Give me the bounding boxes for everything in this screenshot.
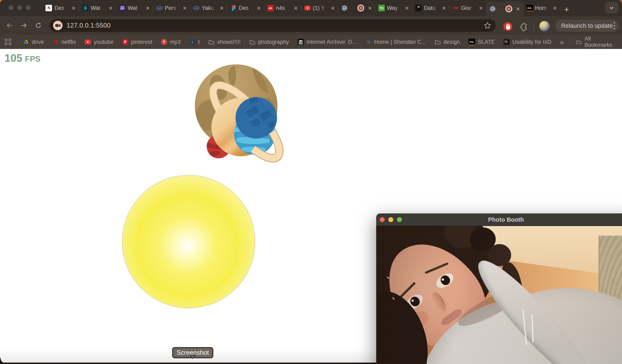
tab-search-button[interactable] xyxy=(605,2,618,14)
tab-close-button[interactable]: × xyxy=(144,5,151,11)
tab[interactable]: VGPPers× xyxy=(153,0,190,16)
new-tab-button[interactable]: + xyxy=(561,5,573,14)
screenshot-tooltip[interactable]: Screenshot xyxy=(172,347,213,358)
bookmark-item[interactable]: drive xyxy=(23,39,44,45)
back-arrow-icon xyxy=(5,21,14,30)
tab-title: n4s xyxy=(276,5,290,11)
tab-close-button[interactable]: × xyxy=(218,5,225,11)
bookmark-item[interactable]: Nnetflix xyxy=(52,39,76,45)
tab-active[interactable]: × xyxy=(486,2,524,16)
folder-icon xyxy=(208,39,214,45)
puzzle-piece-icon xyxy=(519,22,528,31)
bookmark-item[interactable]: design xyxy=(435,39,460,45)
desktop: { "window": { "url": "127.0.0.1:5500", "… xyxy=(0,0,622,364)
youtube-icon xyxy=(304,5,311,11)
tab-close-button[interactable]: × xyxy=(366,5,373,11)
bookmark-label: Internet Archive: D... xyxy=(307,39,357,45)
extensions-button[interactable] xyxy=(519,22,528,32)
tab[interactable]: (1) Y× xyxy=(301,0,338,16)
bookmark-item[interactable]: Ppinterest xyxy=(122,39,153,45)
zoom-window-button[interactable] xyxy=(26,5,31,10)
bookmark-item[interactable]: photography xyxy=(249,39,289,45)
back-button[interactable] xyxy=(5,21,14,30)
internet-archive-icon xyxy=(298,39,304,45)
close-window-button[interactable] xyxy=(9,5,13,10)
tab-close-button[interactable]: × xyxy=(107,5,114,11)
bookmark-item[interactable]: D2LSLATE xyxy=(468,39,495,45)
tab[interactable]: D2LHom× xyxy=(524,0,561,16)
bookmark-item[interactable]: shows!!!!! xyxy=(208,39,241,45)
relaunch-button[interactable]: Relaunch to update xyxy=(555,20,619,32)
bookmark-item[interactable]: youtube xyxy=(84,39,114,45)
tab-close-button[interactable]: × xyxy=(70,5,77,11)
tab[interactable]: Des× xyxy=(227,0,264,16)
bookmark-item[interactable]: ›t xyxy=(189,39,200,45)
tab-title: Wat xyxy=(128,5,142,11)
minimize-window-button[interactable] xyxy=(388,217,393,222)
address-bar[interactable]: 127.0.0.1:5500 xyxy=(49,19,496,32)
adblock-extension-button[interactable] xyxy=(503,22,513,31)
bookmarks-bar: driveNnetflixyoutubePpinterestYmp3›tshow… xyxy=(0,35,622,49)
tab[interactable]: NDes× xyxy=(42,0,79,16)
close-window-button[interactable] xyxy=(380,217,385,222)
tab[interactable]: Wat× xyxy=(116,0,153,16)
t-share-icon: › xyxy=(189,39,195,45)
zoom-window-button[interactable] xyxy=(397,217,402,222)
bookmark-label: Home | Sheridan C... xyxy=(374,39,426,45)
video-camera-icon xyxy=(54,22,62,29)
reload-button[interactable] xyxy=(34,21,43,30)
series-s-icon: S xyxy=(82,5,89,11)
photo-booth-titlebar[interactable]: Photo Booth xyxy=(376,214,622,226)
tab[interactable]: VGPYaku× xyxy=(190,0,227,16)
bookmark-item[interactable]: Internet Archive: D... xyxy=(298,39,357,45)
tab-title: Des xyxy=(239,5,253,11)
tab[interactable]: SWat× xyxy=(79,0,116,16)
relaunch-label: Relaunch to update xyxy=(561,22,613,29)
bookmark-label: drive xyxy=(32,39,44,45)
bookmark-item[interactable]: ✦Usability for IxD xyxy=(504,39,551,45)
tab-close-button[interactable]: × xyxy=(403,5,410,11)
browser-menu-button[interactable] xyxy=(611,20,618,31)
forward-button[interactable] xyxy=(19,21,28,30)
tab[interactable]: ”Data× xyxy=(412,0,449,16)
movie-camera-icon xyxy=(119,5,126,11)
tab-close-button[interactable]: × xyxy=(181,5,188,11)
pinterest-icon: P xyxy=(122,39,128,45)
photo-booth-window-controls xyxy=(380,217,402,222)
all-bookmarks-button[interactable]: All Bookmarks xyxy=(576,36,616,48)
toolbar: 127.0.0.1:5500 Relaunch to update xyxy=(0,16,622,35)
bookmarks-overflow-button[interactable]: » xyxy=(560,38,564,46)
url-text: 127.0.0.1:5500 xyxy=(67,22,483,29)
tab-close-button[interactable]: × xyxy=(329,5,336,11)
tab[interactable]: TEDGior× xyxy=(449,0,486,16)
fps-unit: FPS xyxy=(25,55,41,64)
globe-icon xyxy=(489,5,496,12)
profile-avatar[interactable] xyxy=(539,21,550,31)
tab-title: Hom xyxy=(535,5,549,11)
tab[interactable]: TDWay× xyxy=(375,0,412,16)
tab-recording-indicator xyxy=(358,6,363,10)
tab-close-button[interactable]: × xyxy=(551,5,558,11)
tab-title: Des xyxy=(55,5,68,11)
camera-in-use-indicator[interactable] xyxy=(53,21,62,30)
window-corner xyxy=(0,358,6,364)
bookmark-item[interactable]: SHome | Sheridan C... xyxy=(365,39,426,45)
bookmark-item[interactable]: Ymp3 xyxy=(161,39,181,45)
tab[interactable]: asn4s× xyxy=(264,0,301,16)
bookmark-star-icon[interactable] xyxy=(483,21,492,30)
tab-title: Gior xyxy=(461,5,475,11)
photo-booth-window[interactable]: Photo Booth xyxy=(376,213,622,364)
tab-close-button[interactable]: × xyxy=(292,5,299,11)
minimize-window-button[interactable] xyxy=(17,5,22,10)
tab-strip: NDes×SWat×Wat×VGPPers×VGPYaku×Des×asn4s×… xyxy=(0,0,622,16)
tab[interactable]: × xyxy=(338,0,375,16)
notion-icon: N xyxy=(45,4,52,12)
tab-close-button[interactable]: × xyxy=(440,5,447,11)
apps-grid-icon[interactable] xyxy=(5,39,11,45)
lastfm-icon: as xyxy=(267,5,274,11)
tab-list: NDes×SWat×Wat×VGPPers×VGPYaku×Des×asn4s×… xyxy=(42,0,573,16)
screenshot-tooltip-label: Screenshot xyxy=(177,349,209,356)
tab-close-button[interactable]: × xyxy=(477,5,484,11)
tab-close-button[interactable]: × xyxy=(514,5,521,12)
tab-close-button[interactable]: × xyxy=(255,5,262,11)
